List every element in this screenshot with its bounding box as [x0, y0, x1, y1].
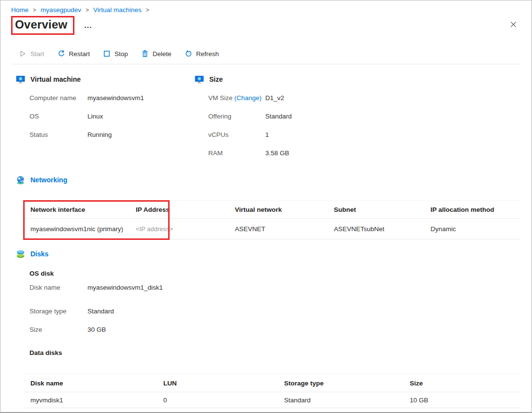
delete-button[interactable]: Delete [141, 50, 172, 58]
field-label: Disk name [29, 284, 87, 291]
field-label: vCPUs [208, 131, 265, 138]
play-icon [19, 50, 27, 58]
breadcrumb-separator: > [146, 7, 149, 14]
start-button-label: Start [30, 50, 44, 58]
data-disk-row: myvmdisk1 0 Standard 10 GB [23, 392, 521, 408]
virtual-network-cell: ASEVNET [228, 225, 327, 233]
data-disks-heading: Data disks [29, 349, 521, 356]
close-icon [510, 22, 517, 30]
disk-name-cell: myvmdisk1 [23, 397, 156, 404]
field-computer-name: Computer name myasewindowsvm1 [29, 88, 190, 107]
field-value: Standard [87, 308, 114, 315]
field-label: Offering [208, 113, 265, 120]
section-title: Virtual machine [30, 75, 81, 83]
os-disk-fields: Disk name myasewindowsvm1_disk1 Storage … [11, 278, 521, 339]
title-highlight-box: Overview [11, 16, 74, 35]
column-header: IP Address [129, 206, 228, 213]
networking-section-header: Networking [16, 175, 521, 185]
column-header: Subnet [327, 206, 423, 213]
breadcrumb: Home > myasegpudev > Virtual machines > [11, 6, 521, 14]
field-label: Storage type [29, 308, 87, 315]
column-header: Virtual network [228, 206, 327, 213]
field-storage-type: Storage type Standard [29, 302, 521, 320]
refresh-button[interactable]: Refresh [185, 50, 219, 58]
networking-globe-icon [16, 176, 25, 185]
field-disk-name: Disk name myasewindowsvm1_disk1 [29, 278, 521, 296]
restart-button[interactable]: Restart [58, 50, 90, 58]
network-interface-cell: myasewindowsvm1nic (primary) [23, 225, 129, 233]
field-label: VM Size (Change) [208, 94, 265, 102]
column-header: LUN [156, 380, 277, 387]
close-button[interactable] [508, 19, 519, 30]
column-header: Size [403, 380, 521, 387]
field-label: Size [29, 326, 87, 333]
more-menu-button[interactable]: ... [82, 20, 94, 31]
networking-table: Network interface IP Address Virtual net… [23, 200, 521, 239]
breadcrumb-link-virtual-machines[interactable]: Virtual machines [93, 6, 142, 14]
refresh-icon [185, 50, 192, 58]
networking-link[interactable]: Networking [30, 176, 67, 184]
title-row: Overview ... [11, 16, 521, 35]
breadcrumb-link-home[interactable]: Home [11, 6, 29, 14]
field-value: 30 GB [87, 326, 106, 333]
delete-button-label: Delete [153, 50, 172, 58]
field-label: OS [29, 113, 87, 120]
field-value: Standard [265, 113, 292, 120]
toolbar: Start Restart Stop Delete [11, 45, 521, 64]
disks-section-header: Disks [16, 249, 521, 259]
field-value: myasewindowsvm1 [87, 94, 144, 102]
stop-button[interactable]: Stop [103, 50, 128, 58]
field-value: Linux [87, 113, 103, 120]
column-header: IP allocation method [423, 206, 521, 213]
subnet-cell: ASEVNETsubNet [327, 225, 423, 233]
restart-button-label: Restart [69, 50, 90, 58]
stop-icon [103, 50, 111, 58]
field-value: Running [87, 131, 112, 138]
vm-overview-pane: Home > myasegpudev > Virtual machines > … [0, 0, 532, 413]
data-disks-table-header: Disk name LUN Storage type Size [23, 374, 521, 392]
field-label: Computer name [29, 94, 87, 102]
storage-type-cell: Standard [277, 397, 403, 404]
field-disk-size: Size 30 GB [29, 320, 521, 339]
field-vm-size: VM Size (Change) D1_v2 [208, 88, 521, 107]
data-disks-table: Disk name LUN Storage type Size myvmdisk… [23, 374, 521, 408]
column-header: Storage type [277, 380, 403, 387]
field-label: Status [29, 131, 87, 138]
stop-button-label: Stop [115, 50, 128, 58]
size-cell: 10 GB [403, 397, 521, 404]
size-section: Size VM Size (Change) D1_v2 Offering Sta… [190, 74, 521, 162]
os-disk-heading: OS disk [29, 270, 521, 277]
restart-icon [58, 50, 65, 58]
breadcrumb-separator: > [33, 7, 36, 14]
lun-cell: 0 [156, 397, 277, 404]
field-value: 1 [265, 131, 269, 138]
column-header: Network interface [23, 206, 129, 213]
trash-icon [141, 50, 149, 58]
disks-icon [16, 250, 25, 259]
disks-link[interactable]: Disks [30, 250, 48, 258]
field-vcpus: vCPUs 1 [208, 125, 521, 144]
virtual-machine-icon [16, 75, 25, 84]
summary-sections: Virtual machine Computer name myasewindo… [11, 74, 521, 162]
change-size-link[interactable]: (Change) [234, 94, 261, 102]
virtual-machine-section: Virtual machine Computer name myasewindo… [11, 74, 190, 162]
field-label: RAM [208, 149, 265, 157]
size-icon [195, 75, 204, 84]
field-status: Status Running [29, 125, 190, 144]
page-title: Overview [15, 18, 67, 31]
field-value: myasewindowsvm1_disk1 [87, 284, 163, 291]
column-header: Disk name [23, 380, 156, 387]
field-ram: RAM 3.58 GB [208, 144, 521, 162]
section-title: Size [209, 75, 223, 83]
ip-allocation-cell: Dynamic [423, 225, 521, 233]
refresh-button-label: Refresh [196, 50, 219, 58]
field-offering: Offering Standard [208, 107, 521, 125]
breadcrumb-link-device[interactable]: myasegpudev [41, 6, 81, 14]
field-value: 3.58 GB [265, 149, 289, 157]
networking-table-header: Network interface IP Address Virtual net… [23, 201, 521, 219]
field-os: OS Linux [29, 107, 190, 125]
field-value: D1_v2 [265, 94, 284, 102]
networking-table-row: myasewindowsvm1nic (primary) <IP address… [23, 219, 521, 239]
breadcrumb-separator: > [86, 7, 89, 14]
start-button[interactable]: Start [19, 50, 44, 58]
